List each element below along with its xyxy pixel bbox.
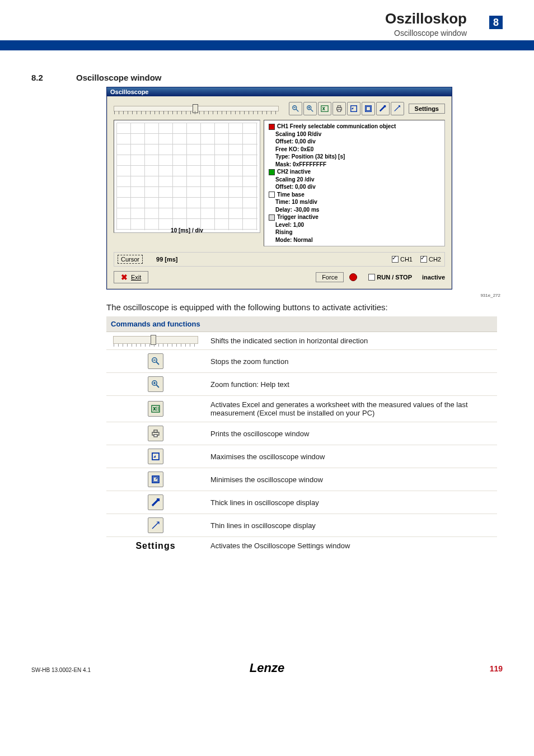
scope-plot: 10 [ms] / div — [114, 120, 260, 233]
svg-line-18 — [156, 385, 159, 388]
hscroll-desc: Shifts the indicated section in horizont… — [205, 332, 497, 350]
table-row: Zoom function: Help text — [106, 373, 497, 396]
print-desc: Prints the oscilloscope window — [205, 422, 497, 445]
zoom-out-button[interactable] — [289, 102, 302, 115]
window-body: Settings 10 [ms] / div CH1 Freely select… — [107, 96, 452, 289]
tree-timebase[interactable]: Time base — [268, 191, 441, 199]
ch2-checkbox[interactable]: CH2 — [420, 256, 441, 263]
svg-rect-13 — [366, 107, 370, 111]
channel-tree[interactable]: CH1 Freely selectable communication obje… — [264, 120, 445, 246]
table-row: Minimises the oscilloscope window — [106, 468, 497, 491]
window-middle: 10 [ms] / div CH1 Freely selectable comm… — [114, 120, 445, 246]
chapter-badge: 8 — [489, 16, 503, 29]
thin-line-icon — [148, 517, 163, 533]
status-text: inactive — [422, 274, 445, 281]
svg-line-1 — [296, 109, 298, 111]
header-title: Oszilloskop — [385, 10, 467, 27]
svg-line-4 — [310, 109, 312, 111]
intro-paragraph: The oscilloscope is equipped with the fo… — [106, 302, 500, 312]
svg-rect-26 — [154, 435, 157, 437]
window-toolbar-row: Settings — [114, 102, 445, 115]
window-title: Oscilloscope — [107, 87, 452, 96]
trigger-icon — [269, 214, 275, 221]
svg-rect-9 — [338, 106, 340, 108]
table-row: Stops the zoom function — [106, 350, 497, 373]
print-icon — [148, 426, 163, 441]
oscilloscope-window: Oscilloscope — [106, 87, 452, 290]
ch2-color-icon — [269, 169, 275, 175]
zoom-in-desc: Zoom function: Help text — [205, 373, 497, 396]
tree-ch1[interactable]: CH1 Freely selectable communication obje… — [268, 123, 441, 130]
svg-rect-10 — [338, 110, 340, 112]
clock-icon — [269, 192, 275, 198]
functions-table: Commands and functions Shifts the indica… — [106, 316, 497, 554]
cursor-value: 99 [ms] — [156, 256, 178, 263]
maximize-icon — [148, 449, 163, 464]
functions-table-header: Commands and functions — [106, 316, 497, 332]
zoom-in-icon — [148, 376, 163, 392]
settings-desc: Activates the Oscilloscope Settings wind… — [205, 537, 497, 555]
header-rule — [0, 40, 534, 50]
settings-button[interactable]: Settings — [409, 104, 445, 114]
svg-line-15 — [156, 362, 159, 365]
runstop-checkbox[interactable]: RUN / STOP — [368, 274, 412, 281]
print-button[interactable] — [332, 102, 346, 115]
section-heading: 8.2 Oscilloscope window — [31, 73, 534, 82]
ch1-checkbox[interactable]: CH1 — [392, 256, 413, 263]
close-icon: ✖ — [121, 273, 128, 282]
footer-logo: Lenze — [250, 661, 284, 675]
figure-reference: 931e_272 — [0, 293, 500, 298]
section-title: Oscilloscope window — [76, 73, 162, 82]
table-row: Thin lines in oscilloscope display — [106, 514, 497, 537]
window-bottom-row: ✖ Exit Force RUN / STOP inactive — [114, 271, 445, 283]
exit-button[interactable]: ✖ Exit — [114, 271, 148, 283]
thick-line-button[interactable] — [376, 102, 390, 115]
tree-trigger[interactable]: Trigger inactive — [268, 213, 441, 221]
excel-desc: Activates Excel and generates a workshee… — [205, 396, 497, 422]
horizontal-slider[interactable] — [114, 102, 279, 115]
table-row: Prints the oscilloscope window — [106, 422, 497, 445]
table-row: Maximises the oscilloscope window — [106, 445, 497, 468]
svg-rect-25 — [154, 430, 157, 432]
table-row: Thick lines in oscilloscope display — [106, 491, 497, 514]
footer-left: SW-HB 13.0002-EN 4.1 — [31, 667, 91, 673]
excel-button[interactable] — [318, 102, 331, 115]
minimize-button[interactable] — [362, 102, 375, 115]
minimize-desc: Minimises the oscilloscope window — [205, 468, 497, 491]
window-toolbar — [289, 102, 404, 115]
table-row: Activates Excel and generates a workshee… — [106, 396, 497, 422]
thin-line-desc: Thin lines in oscilloscope display — [205, 514, 497, 537]
cursor-row: Cursor 99 [ms] CH1 CH2 — [114, 252, 445, 267]
section-number: 8.2 — [31, 73, 76, 82]
settings-label: Settings — [135, 541, 175, 550]
scope-xaxis-label: 10 [ms] / div — [171, 227, 203, 234]
header-subtitle: Oscilloscope window — [385, 29, 467, 38]
maximize-button[interactable] — [347, 102, 360, 115]
thick-line-icon — [148, 494, 163, 510]
zoom-out-desc: Stops the zoom function — [205, 350, 497, 373]
minimize-icon — [148, 472, 163, 487]
footer-page-number: 119 — [490, 664, 503, 673]
table-row: Shifts the indicated section in horizont… — [106, 332, 497, 350]
zoom-out-icon — [148, 353, 163, 369]
zoom-in-button[interactable] — [303, 102, 317, 115]
svg-rect-7 — [321, 106, 327, 112]
hscroll-icon — [106, 332, 205, 350]
thin-line-button[interactable] — [391, 102, 404, 115]
page-footer: SW-HB 13.0002-EN 4.1 Lenze 119 — [0, 655, 534, 678]
force-button[interactable]: Force — [316, 272, 344, 282]
svg-rect-11 — [350, 106, 357, 112]
excel-icon — [148, 401, 163, 417]
tree-ch2[interactable]: CH2 inactive — [268, 168, 441, 176]
maximize-desc: Maximises the oscilloscope window — [205, 445, 497, 468]
page-header: Oszilloskop Oscilloscope window 8 — [0, 0, 534, 50]
table-row: Settings Activates the Oscilloscope Sett… — [106, 537, 497, 555]
header-title-block: Oszilloskop Oscilloscope window — [385, 10, 467, 38]
status-led-icon — [349, 273, 357, 281]
thick-line-desc: Thick lines in oscilloscope display — [205, 491, 497, 514]
cursor-button[interactable]: Cursor — [118, 255, 143, 264]
oscilloscope-screenshot: Oscilloscope — [106, 87, 534, 290]
ch1-color-icon — [269, 124, 275, 130]
